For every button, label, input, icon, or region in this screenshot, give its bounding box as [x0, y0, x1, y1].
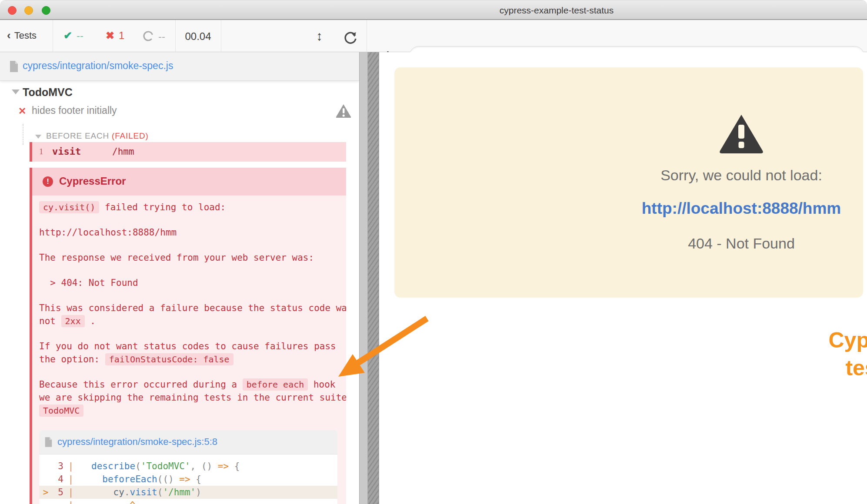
suite-row[interactable]: TodoMVC	[0, 86, 359, 102]
error-paragraph: If you do not want status codes to cause…	[39, 340, 334, 366]
app-error-heading: Sorry, we could not load:	[620, 167, 863, 184]
window-title: cypress-example-test-status	[500, 5, 614, 16]
error-text: Because this error occurred during a	[39, 379, 243, 390]
code-token: , ()	[190, 461, 218, 471]
gutter-pipe: |	[63, 486, 78, 499]
pending-count: --	[143, 30, 165, 43]
code-token: '/hmm'	[163, 487, 196, 497]
test-warning-icon	[335, 103, 352, 120]
code-token: .	[124, 487, 130, 497]
collapse-caret-icon[interactable]	[35, 135, 41, 139]
toolbar-separator	[53, 20, 53, 52]
app-error-status: 404 - Not Found	[620, 235, 863, 252]
error-text: not	[39, 316, 61, 326]
passed-count: ✔--	[63, 30, 83, 42]
gutter-pipe: |	[63, 460, 78, 473]
spec-file-link[interactable]: cypress/integration/smoke-spec.js	[23, 60, 173, 72]
code-token: ^	[91, 500, 135, 504]
code-token: (	[157, 487, 163, 497]
code-token: describe	[91, 461, 135, 471]
error-text: we are skipping the remaining tests in t…	[39, 392, 346, 403]
annotation-line-2: tests in the suite were skipped	[742, 354, 867, 382]
viewport-resize-icon[interactable]: ↕	[316, 29, 323, 43]
error-text: The response we received from your web s…	[39, 252, 314, 263]
code-line: >5| cy.visit('/hmm')	[39, 486, 337, 499]
error-message-body: cy.visit() failed trying to load:http://…	[32, 196, 346, 504]
hook-label: BEFORE EACH (FAILED)	[46, 131, 149, 141]
refresh-icon[interactable]	[343, 30, 358, 47]
code-frame-header: cypress/integration/smoke-spec.js:5:8	[39, 430, 337, 454]
back-to-tests-button[interactable]: ‹Tests	[7, 29, 37, 42]
code-token: visit	[130, 487, 157, 497]
app-preview-panel: Sorry, we could not load: http://localho…	[380, 52, 867, 504]
code-token	[91, 474, 102, 484]
run-duration: 00.04	[175, 30, 221, 43]
code-lines: 3|describe('TodoMVC', () => {4| beforeEa…	[39, 454, 337, 504]
inline-code-pill: cy.visit()	[39, 201, 99, 213]
code-frame-file-link[interactable]: cypress/integration/smoke-spec.js:5:8	[57, 436, 217, 448]
code-frame: cypress/integration/smoke-spec.js:5:8 3|…	[39, 430, 337, 504]
annotation-text: Cypress warns that the remaining tests i…	[742, 326, 867, 382]
error-badge-icon: !	[43, 176, 53, 187]
visit-command-row[interactable]: 1 visit /hmm	[30, 142, 346, 162]
inline-code-pill: 2xx	[61, 315, 85, 327]
annotation-line-1: Cypress warns that the remaining	[742, 326, 867, 354]
collapse-caret-icon[interactable]	[12, 90, 20, 94]
error-paragraph: http://localhost:8888/hmm	[39, 226, 334, 239]
error-header: ! CypressError	[32, 168, 346, 196]
error-line-marker: >	[39, 486, 52, 499]
code-text: beforeEach(() => {	[78, 473, 201, 486]
failed-count: ✖1	[106, 30, 124, 42]
panel-resizer-handle[interactable]	[368, 52, 379, 504]
pending-circle-icon	[143, 30, 154, 42]
error-paragraph: cy.visit() failed trying to load:	[39, 201, 334, 214]
failed-test-row[interactable]: ✕ hides footer initially	[0, 103, 359, 121]
error-text: failed trying to load:	[99, 202, 226, 212]
inline-code-pill: TodoMVC	[39, 405, 83, 417]
line-number	[52, 499, 63, 504]
error-line-marker	[39, 499, 52, 504]
code-text: describe('TodoMVC', () => {	[78, 460, 240, 473]
x-icon: ✖	[106, 30, 114, 41]
chevron-left-icon: ‹	[7, 29, 11, 42]
toolbar-separator	[367, 20, 367, 52]
inline-code-pill: before each	[243, 378, 308, 391]
command-log-panel: cypress/integration/smoke-spec.js TodoMV…	[0, 52, 359, 504]
file-icon	[9, 60, 19, 74]
test-failed-icon: ✕	[18, 106, 26, 117]
line-number: 5	[52, 486, 63, 499]
app-window: cypress-example-test-status ‹Tests ✔-- ✖…	[0, 0, 867, 504]
before-each-hook-row[interactable]: BEFORE EACH (FAILED)	[0, 131, 359, 143]
error-text: .	[85, 316, 96, 326]
hook-failed-status: (FAILED)	[112, 131, 149, 140]
error-text: http://localhost:8888/hmm	[39, 227, 177, 238]
error-text: This was considered a failure because th…	[39, 303, 346, 313]
zoom-window-button[interactable]	[42, 6, 50, 15]
left-panel-scrollbar[interactable]	[359, 52, 368, 504]
code-token: {	[190, 474, 201, 484]
suite-title: TodoMVC	[23, 86, 73, 99]
code-text: cy.visit('/hmm')	[78, 486, 201, 499]
line-number: 3	[52, 460, 63, 473]
minimize-window-button[interactable]	[24, 6, 33, 15]
warning-triangle-icon	[718, 113, 765, 155]
code-token: 'TodoMVC'	[141, 461, 190, 471]
code-token: {	[229, 461, 240, 471]
code-token	[91, 487, 113, 497]
error-text: the option:	[39, 354, 105, 365]
check-icon: ✔	[63, 30, 72, 41]
error-paragraph: > 404: Not Found	[39, 276, 334, 289]
test-name: hides footer initially	[32, 105, 117, 116]
app-error-url-link[interactable]: http://localhost:8888/hmm	[620, 199, 863, 218]
toolbar-separator	[221, 20, 221, 52]
error-paragraphs: cy.visit() failed trying to load:http://…	[39, 201, 334, 417]
code-token: cy	[113, 487, 124, 497]
code-token: )	[196, 487, 201, 497]
code-text: ^	[78, 499, 135, 504]
code-line: | ^	[39, 499, 337, 504]
gutter-pipe: |	[63, 473, 78, 486]
close-window-button[interactable]	[8, 6, 17, 15]
title-bar: cypress-example-test-status	[0, 0, 867, 20]
spec-header: cypress/integration/smoke-spec.js	[0, 52, 359, 81]
code-token: =>	[218, 461, 229, 471]
